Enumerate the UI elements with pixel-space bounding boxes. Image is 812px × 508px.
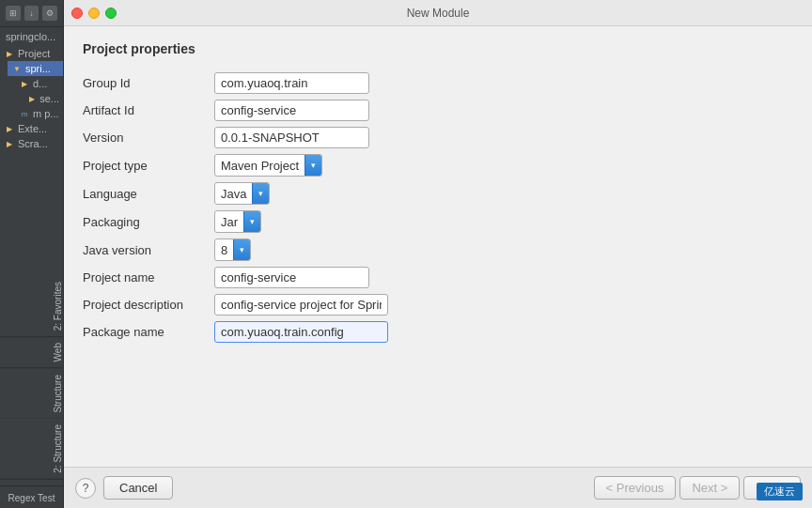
project-desc-control [214, 291, 793, 318]
artifact-id-control [214, 97, 793, 124]
sidebar-item-exte[interactable]: ▶ Exte... [0, 121, 63, 136]
project-name-control [214, 264, 793, 291]
form-grid: Group Id Artifact Id Version Project typ… [83, 69, 793, 346]
sidebar-item-label: Project [18, 48, 50, 59]
package-name-label: Package name [83, 318, 214, 346]
file-icon-mp: m [19, 108, 30, 119]
main-panel: New Module Project properties Group Id A… [64, 0, 812, 508]
java-version-label: Java version [83, 236, 214, 264]
java-version-select-wrapper: 8 ▾ [214, 239, 251, 261]
maximize-button[interactable] [105, 8, 117, 19]
group-id-control [214, 69, 793, 97]
folder-icon-exte: ▶ [4, 123, 15, 134]
language-control: Java ▾ [214, 179, 793, 208]
folder-icon-d: ▶ [19, 78, 30, 89]
project-type-control: Maven Project ▾ [214, 151, 793, 179]
packaging-control: Jar ▾ [214, 208, 793, 236]
project-desc-input[interactable] [214, 294, 388, 316]
sidebar: ⊞ ↓ ⚙ springclo... ▶ Project ▼ spri... ▶… [0, 0, 64, 508]
cancel-button[interactable]: Cancel [103, 476, 173, 500]
sidebar-icon-1[interactable]: ⊞ [6, 6, 21, 21]
project-type-select-wrapper: Maven Project ▾ [214, 154, 322, 177]
sidebar-icon-3[interactable]: ⚙ [42, 6, 57, 21]
bottom-left: ? Cancel [75, 476, 173, 500]
vertical-tabs: 2: Favorites Web Structure 2: Structure [0, 276, 63, 480]
version-control [214, 124, 793, 151]
sidebar-item-label: spri... [25, 63, 51, 74]
folder-icon-spri: ▼ [11, 63, 23, 74]
group-id-input[interactable] [214, 72, 369, 94]
package-name-control [214, 318, 793, 346]
version-label: Version [83, 124, 214, 151]
sidebar-item-label: Exte... [18, 123, 47, 134]
watermark: 亿速云 [757, 483, 803, 500]
folder-icon-scra: ▶ [4, 138, 15, 149]
sidebar-item-d[interactable]: ▶ d... [15, 76, 63, 91]
packaging-label: Packaging [83, 208, 214, 236]
language-select-wrapper: Java ▾ [214, 182, 270, 205]
section-title: Project properties [83, 41, 793, 56]
version-input[interactable] [214, 127, 369, 148]
side-tab-web[interactable]: Web [0, 337, 63, 368]
project-type-arrow[interactable]: ▾ [304, 155, 321, 176]
java-version-control: 8 ▾ [214, 236, 793, 264]
project-desc-label: Project description [83, 291, 214, 318]
packaging-arrow[interactable]: ▾ [243, 211, 260, 232]
folder-icon: ▶ [4, 48, 15, 59]
sidebar-item-scra[interactable]: ▶ Scra... [0, 136, 63, 151]
language-label: Language [83, 179, 214, 208]
group-id-label: Group Id [83, 69, 214, 97]
project-name-input[interactable] [214, 267, 369, 288]
titlebar: New Module [64, 0, 812, 26]
window-title: New Module [407, 7, 470, 20]
next-button[interactable]: Next > [679, 476, 740, 500]
dialog-content: Project properties Group Id Artifact Id … [64, 26, 812, 467]
bottom-bar: ? Cancel < Previous Next > Finish 亿速云 [64, 467, 812, 508]
language-value: Java [215, 184, 252, 204]
sidebar-icon-2[interactable]: ↓ [24, 6, 39, 21]
regex-test-label: Regex Test [8, 493, 55, 503]
sidebar-item-label: d... [33, 78, 47, 89]
close-button[interactable] [71, 8, 83, 19]
sidebar-item-label: Scra... [18, 138, 48, 149]
prev-button[interactable]: < Previous [594, 476, 677, 500]
help-button[interactable]: ? [75, 478, 96, 499]
sidebar-toolbar: ⊞ ↓ ⚙ [0, 0, 63, 27]
java-version-arrow[interactable]: ▾ [233, 239, 250, 260]
side-tab-structure2[interactable]: 2: Structure [0, 419, 63, 480]
side-tab-structure[interactable]: Structure [0, 369, 63, 420]
packaging-value: Jar [215, 212, 243, 232]
sidebar-item-spri[interactable]: ▼ spri... [8, 61, 63, 76]
sidebar-item-se[interactable]: ▶ se... [23, 91, 63, 106]
language-arrow[interactable]: ▾ [252, 183, 269, 204]
project-label: springclo... [0, 27, 63, 46]
package-name-input[interactable] [214, 321, 388, 343]
sidebar-item-project[interactable]: ▶ Project [0, 46, 63, 61]
artifact-id-label: Artifact Id [83, 97, 214, 124]
artifact-id-input[interactable] [214, 100, 369, 121]
window-controls [71, 8, 117, 19]
sidebar-item-label: m p... [33, 108, 59, 119]
java-version-value: 8 [215, 240, 233, 260]
project-type-value: Maven Project [215, 156, 304, 176]
regex-test-tab[interactable]: Regex Test [0, 485, 63, 508]
folder-icon-se: ▶ [26, 93, 37, 104]
side-tab-favorites[interactable]: 2: Favorites [0, 276, 63, 337]
project-type-label: Project type [83, 151, 214, 179]
project-name-label: Project name [83, 264, 214, 291]
sidebar-item-mp[interactable]: m m p... [15, 106, 63, 121]
sidebar-item-label: se... [39, 93, 59, 104]
minimize-button[interactable] [88, 8, 100, 19]
packaging-select-wrapper: Jar ▾ [214, 210, 261, 233]
